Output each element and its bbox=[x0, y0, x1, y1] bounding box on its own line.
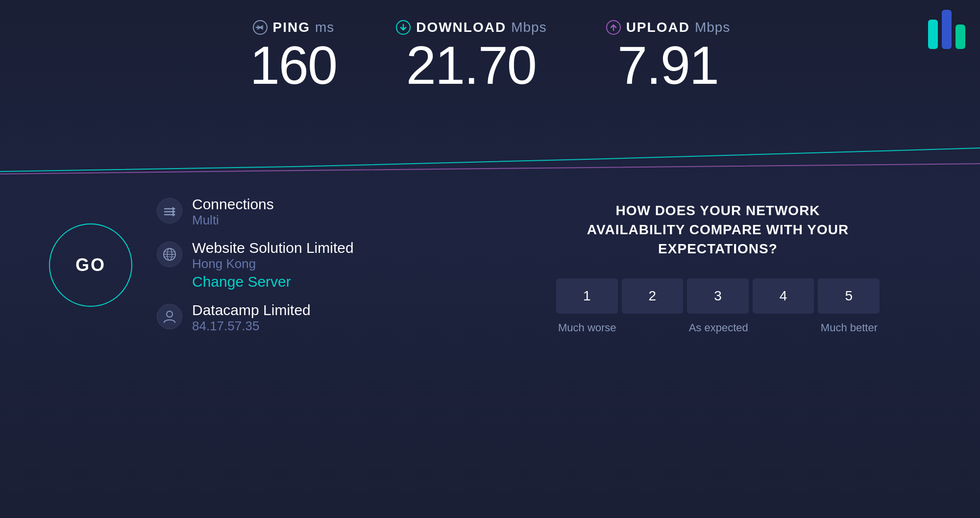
download-icon bbox=[395, 20, 411, 35]
connections-label: Connections bbox=[192, 196, 274, 213]
ping-block: PING ms 160 bbox=[250, 20, 337, 92]
connections-icon bbox=[163, 205, 176, 217]
right-panel: HOW DOES YOUR NETWORK AVAILABILITY COMPA… bbox=[505, 196, 931, 334]
ping-unit: ms bbox=[315, 20, 334, 35]
isp-row: Datacamp Limited 84.17.57.35 bbox=[157, 302, 354, 334]
upload-label: UPLOAD bbox=[626, 20, 690, 35]
change-server-link[interactable]: Change Server bbox=[192, 273, 354, 290]
survey-question: HOW DOES YOUR NETWORK AVAILABILITY COMPA… bbox=[566, 201, 870, 259]
rating-labels: Much worse As expected Much better bbox=[556, 321, 880, 334]
upload-unit: Mbps bbox=[695, 20, 730, 35]
svg-point-14 bbox=[167, 311, 172, 317]
download-unit: Mbps bbox=[511, 20, 546, 35]
connections-value: Multi bbox=[192, 213, 274, 228]
server-label: Website Solution Limited bbox=[192, 240, 354, 256]
isp-label: Datacamp Limited bbox=[192, 302, 311, 319]
person-icon bbox=[163, 310, 176, 323]
connections-icon-bg bbox=[157, 198, 182, 223]
go-button[interactable]: GO bbox=[49, 223, 132, 307]
download-label: DOWNLOAD bbox=[416, 20, 506, 35]
ping-icon bbox=[252, 20, 268, 35]
upload-icon bbox=[606, 20, 621, 35]
server-info: Connections Multi Website Solution bbox=[157, 196, 354, 334]
connections-text: Connections Multi bbox=[192, 196, 274, 228]
isp-text: Datacamp Limited 84.17.57.35 bbox=[192, 302, 311, 334]
server-text: Website Solution Limited Hong Kong Chang… bbox=[192, 240, 354, 290]
upload-value: 7.91 bbox=[617, 38, 718, 92]
download-value: 21.70 bbox=[406, 38, 536, 92]
ping-value: 160 bbox=[250, 38, 337, 92]
isp-icon-bg bbox=[157, 304, 182, 329]
upload-block: UPLOAD Mbps 7.91 bbox=[606, 20, 731, 92]
rating-container: 1 2 3 4 5 Much worse As expected Much be… bbox=[556, 278, 880, 334]
label-high: Much better bbox=[821, 321, 878, 334]
download-block: DOWNLOAD Mbps 21.70 bbox=[395, 20, 546, 92]
label-low: Much worse bbox=[558, 321, 616, 334]
rating-btn-3[interactable]: 3 bbox=[687, 278, 749, 314]
rating-btn-5[interactable]: 5 bbox=[818, 278, 880, 314]
main-content: GO Connections Multi bbox=[0, 176, 980, 518]
rating-buttons: 1 2 3 4 5 bbox=[556, 278, 880, 314]
label-mid: As expected bbox=[689, 321, 748, 334]
connections-row: Connections Multi bbox=[157, 196, 354, 228]
rating-btn-4[interactable]: 4 bbox=[753, 278, 814, 314]
svg-marker-8 bbox=[172, 213, 175, 217]
rating-btn-1[interactable]: 1 bbox=[556, 278, 618, 314]
server-location: Hong Kong bbox=[192, 256, 354, 271]
isp-ip: 84.17.57.35 bbox=[192, 319, 311, 334]
rating-btn-2[interactable]: 2 bbox=[622, 278, 684, 314]
server-row: Website Solution Limited Hong Kong Chang… bbox=[157, 240, 354, 290]
server-icon-bg bbox=[157, 242, 182, 267]
left-panel: GO Connections Multi bbox=[49, 196, 475, 334]
stats-header: PING ms 160 DOWNLOAD Mbps 21.70 UPLOAD M… bbox=[0, 10, 980, 92]
globe-icon bbox=[163, 247, 176, 261]
ping-label: PING bbox=[273, 20, 310, 35]
